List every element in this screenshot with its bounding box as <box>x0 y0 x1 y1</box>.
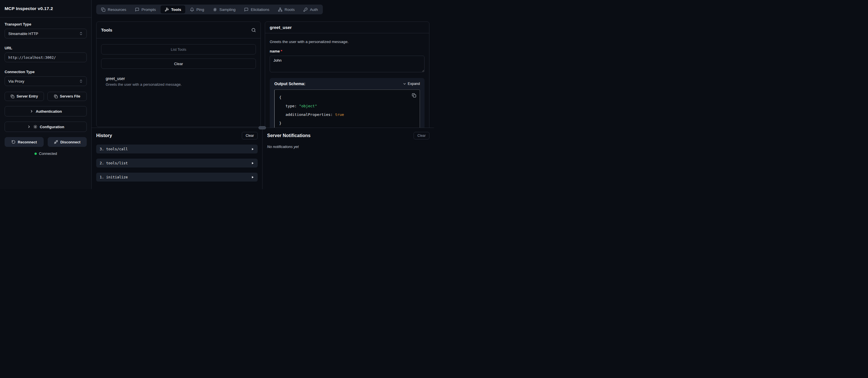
tab-label: Tools <box>171 7 181 12</box>
server-notifications-panel: Server Notifications Clear No notificati… <box>262 128 434 189</box>
tabbar: Resources Prompts Tools Ping Sampling <box>96 5 323 14</box>
status-text: Connected <box>39 151 57 156</box>
copy-icon[interactable] <box>412 93 416 98</box>
tool-description: Greets the user with a personalized mess… <box>106 82 251 87</box>
name-field-label: name * <box>270 49 425 53</box>
chevrons-up-down-icon <box>79 32 83 36</box>
name-field-input[interactable]: John <box>270 56 425 72</box>
tool-detail-panel: greet_user Greets the user with a person… <box>265 22 429 128</box>
url-group: URL <box>5 46 87 62</box>
required-marker: * <box>281 49 282 53</box>
reconnect-label: Reconnect <box>18 140 37 144</box>
sidebar: MCP Inspector v0.17.2 Transport Type Str… <box>0 0 92 189</box>
tools-panel-header: Tools <box>96 22 260 38</box>
tool-detail-title: greet_user <box>270 25 292 30</box>
configuration-label: Configuration <box>40 125 64 129</box>
output-schema-box: Output Schema: Expand <box>270 78 425 128</box>
sidebar-body: Transport Type Streamable HTTP URL Conne… <box>0 18 91 160</box>
notifications-title: Server Notifications <box>267 133 310 138</box>
copy-icon <box>54 95 58 98</box>
tool-list-item[interactable]: greet_user Greets the user with a person… <box>101 76 256 87</box>
output-schema-label: Output Schema: <box>274 81 305 86</box>
tool-detail-description: Greets the user with a personalized mess… <box>270 40 425 44</box>
tab-sampling[interactable]: Sampling <box>209 5 240 13</box>
tools-panel-title: Tools <box>101 28 112 32</box>
tab-tools[interactable]: Tools <box>161 5 185 13</box>
message-square-icon <box>135 7 139 12</box>
history-item[interactable]: 2. tools/list <box>96 159 258 168</box>
code-line: type:"object" <box>279 102 415 110</box>
output-schema-code: { type:"object" additionalProperties:tru… <box>274 90 420 128</box>
network-icon <box>278 7 282 12</box>
bell-icon <box>190 7 194 12</box>
tab-label: Roots <box>285 7 295 12</box>
tab-elicitations[interactable]: Elicitations <box>240 5 273 13</box>
reconnect-button[interactable]: Reconnect <box>5 137 44 147</box>
connection-buttons-row: Reconnect Disconnect <box>5 137 87 147</box>
url-label: URL <box>5 46 87 50</box>
server-entry-button[interactable]: Server Entry <box>5 92 44 101</box>
connection-status: Connected <box>5 151 87 156</box>
history-clear-button[interactable]: Clear <box>242 132 258 139</box>
tab-label: Prompts <box>142 7 156 12</box>
resize-handle[interactable] <box>258 126 266 129</box>
hammer-icon <box>164 7 169 12</box>
tab-roots[interactable]: Roots <box>274 5 299 13</box>
expand-label: Expand <box>408 82 420 86</box>
history-item-label: 3. tools/call <box>100 147 128 151</box>
notifications-empty-text: No notifications yet <box>267 144 429 149</box>
connection-type-select[interactable]: Via Proxy <box>5 76 87 86</box>
history-item[interactable]: 1. initialize <box>96 173 258 181</box>
tabbar-row: Resources Prompts Tools Ping Sampling <box>92 0 434 14</box>
history-title: History <box>96 133 112 138</box>
server-buttons-row: Server Entry Servers File <box>5 92 87 101</box>
tab-label: Sampling <box>219 7 236 12</box>
tab-resources[interactable]: Resources <box>97 5 130 13</box>
rotate-ccw-icon <box>11 140 16 144</box>
disconnect-button[interactable]: Disconnect <box>48 137 87 147</box>
hash-icon <box>213 7 217 12</box>
connection-type-group: Connection Type Via Proxy <box>5 70 87 86</box>
tab-label: Auth <box>310 7 318 12</box>
clear-tools-button[interactable]: Clear <box>101 59 256 69</box>
history-item-label: 2. tools/list <box>100 161 128 165</box>
tab-ping[interactable]: Ping <box>186 5 208 13</box>
servers-file-button[interactable]: Servers File <box>48 92 87 101</box>
expand-button[interactable]: Expand <box>403 82 420 86</box>
main-area: Resources Prompts Tools Ping Sampling <box>92 0 434 189</box>
list-tools-button[interactable]: List Tools <box>101 44 256 55</box>
search-icon[interactable] <box>251 28 256 32</box>
history-header: History Clear <box>96 132 258 139</box>
files-icon <box>101 7 105 12</box>
history-panel: History Clear 3. tools/call 2. tools/lis… <box>92 128 262 189</box>
tool-detail-header: greet_user <box>265 22 429 33</box>
copy-icon <box>11 95 14 98</box>
url-input[interactable] <box>5 53 87 62</box>
code-line: } <box>279 119 415 128</box>
chevrons-up-down-icon <box>79 79 83 83</box>
chevron-down-icon <box>403 82 406 86</box>
transport-type-select[interactable]: Streamable HTTP <box>5 29 87 38</box>
gear-icon <box>33 125 37 129</box>
tab-auth[interactable]: Auth <box>299 5 322 13</box>
message-square-icon <box>244 7 248 12</box>
tool-name: greet_user <box>106 76 251 81</box>
authentication-button[interactable]: Authentication <box>5 106 87 116</box>
transport-type-value: Streamable HTTP <box>8 32 38 36</box>
code-line: { <box>279 93 415 102</box>
bottom-region: History Clear 3. tools/call 2. tools/lis… <box>92 128 434 189</box>
top-region: Tools List Tools Clear greet_user Greets… <box>92 14 434 128</box>
chevron-right-icon <box>27 125 31 129</box>
sidebar-header: MCP Inspector v0.17.2 <box>0 0 91 18</box>
history-item[interactable]: 3. tools/call <box>96 144 258 153</box>
play-icon <box>251 148 254 150</box>
notifications-clear-button[interactable]: Clear <box>413 132 429 139</box>
tab-prompts[interactable]: Prompts <box>131 5 160 13</box>
app-title: MCP Inspector v0.17.2 <box>5 6 53 11</box>
notifications-header: Server Notifications Clear <box>267 132 429 139</box>
configuration-button[interactable]: Configuration <box>5 122 87 132</box>
transport-type-label: Transport Type <box>5 22 87 26</box>
tab-label: Elicitations <box>251 7 270 12</box>
play-icon <box>251 162 254 165</box>
connection-type-label: Connection Type <box>5 70 87 74</box>
